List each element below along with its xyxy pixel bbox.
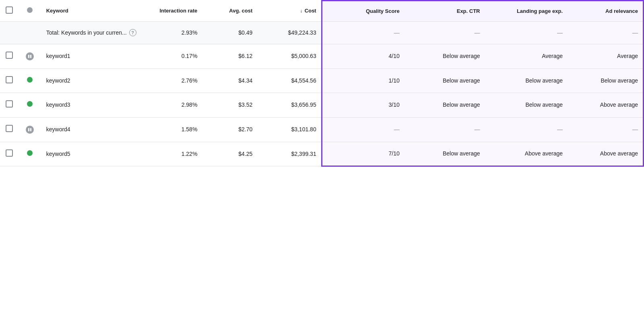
row-landing-page: — <box>485 118 568 142</box>
row-status-cell <box>19 93 41 118</box>
row-cost: $4,554.56 <box>257 68 322 93</box>
row-exp-ctr: Below average <box>405 68 485 93</box>
total-interaction-rate: 2.93% <box>147 21 202 44</box>
keyword-name: keyword3 <box>46 101 70 108</box>
exp-ctr-col-label: Exp. CTR <box>457 8 480 14</box>
keywords-table-container: Keyword Interaction rate Avg. cost ↓ Cos… <box>0 0 644 167</box>
total-landing-page: — <box>485 21 568 44</box>
row-avg-cost: $6.12 <box>202 44 257 69</box>
row-avg-cost: $4.25 <box>202 142 257 166</box>
table-row: keyword5 1.22% $4.25 $2,399.31 7/10 Belo… <box>0 142 644 166</box>
status-header-dot <box>27 7 33 13</box>
landing-page-col-label: Landing page exp. <box>517 8 563 14</box>
row-cost: $2,399.31 <box>257 142 322 166</box>
row-ad-relevance: Above average <box>568 142 643 166</box>
keyword-header-th: Keyword <box>41 1 147 22</box>
select-all-checkbox[interactable] <box>6 6 13 14</box>
row-interaction-rate: 1.58% <box>147 118 202 142</box>
paused-bar <box>28 55 29 58</box>
quality-score-col-label: Quality Score <box>366 8 400 14</box>
row-quality-score: — <box>322 118 405 142</box>
table-row: keyword2 2.76% $4.34 $4,554.56 1/10 Belo… <box>0 68 644 93</box>
paused-status-icon <box>26 52 34 60</box>
row-checkbox[interactable] <box>6 125 13 132</box>
row-status-cell <box>19 118 41 142</box>
row-checkbox[interactable] <box>6 100 13 108</box>
row-checkbox[interactable] <box>6 76 13 83</box>
active-status-icon <box>27 101 33 107</box>
interaction-rate-header-th[interactable]: Interaction rate <box>147 1 202 22</box>
row-status-cell <box>19 68 41 93</box>
total-avg-cost: $0.49 <box>202 21 257 44</box>
row-interaction-rate: 0.17% <box>147 44 202 69</box>
row-checkbox[interactable] <box>6 52 13 59</box>
avg-cost-col-label: Avg. cost <box>229 8 252 14</box>
row-status-cell <box>19 44 41 69</box>
active-status-icon <box>27 150 33 156</box>
row-quality-score: 3/10 <box>322 93 405 118</box>
total-ad-relevance: — <box>568 21 643 44</box>
table-row: keyword4 1.58% $2.70 $3,101.80 — — — — <box>0 118 644 142</box>
interaction-rate-col-label: Interaction rate <box>159 8 197 14</box>
row-exp-ctr: Below average <box>405 44 485 69</box>
row-avg-cost: $2.70 <box>202 118 257 142</box>
row-cost: $5,000.63 <box>257 44 322 69</box>
paused-bars <box>28 128 31 131</box>
row-interaction-rate: 2.98% <box>147 93 202 118</box>
checkbox-header-th <box>0 1 19 22</box>
total-label-text: Total: Keywords in your curren... <box>46 29 127 37</box>
row-landing-page: Below average <box>485 93 568 118</box>
row-landing-page: Average <box>485 44 568 69</box>
keyword-name: keyword1 <box>46 53 70 59</box>
paused-bars <box>28 55 31 58</box>
row-keyword-cell[interactable]: keyword5 <box>41 142 147 166</box>
cost-col-label: Cost <box>305 8 316 14</box>
row-avg-cost: $4.34 <box>202 68 257 93</box>
row-checkbox-cell[interactable] <box>0 68 19 93</box>
paused-status-icon <box>26 126 34 134</box>
ad-relevance-header-th[interactable]: Ad relevance <box>568 1 643 22</box>
row-keyword-cell[interactable]: keyword3 <box>41 93 147 118</box>
row-keyword-cell[interactable]: keyword2 <box>41 68 147 93</box>
row-checkbox-cell[interactable] <box>0 44 19 69</box>
row-checkbox-cell[interactable] <box>0 93 19 118</box>
quality-score-header-th[interactable]: Quality Score <box>322 1 405 22</box>
row-checkbox[interactable] <box>6 149 13 157</box>
row-checkbox-cell[interactable] <box>0 142 19 166</box>
row-exp-ctr: Below average <box>405 93 485 118</box>
landing-page-header-th[interactable]: Landing page exp. <box>485 1 568 22</box>
row-cost: $3,101.80 <box>257 118 322 142</box>
row-ad-relevance: Average <box>568 44 643 69</box>
row-ad-relevance: Below average <box>568 68 643 93</box>
row-exp-ctr: — <box>405 118 485 142</box>
row-status-cell <box>19 142 41 166</box>
total-quality-score: — <box>322 21 405 44</box>
paused-bar <box>30 128 31 131</box>
active-status-icon <box>27 77 33 83</box>
exp-ctr-header-th[interactable]: Exp. CTR <box>405 1 485 22</box>
paused-bar <box>30 55 31 58</box>
paused-bar <box>28 128 29 131</box>
row-checkbox-cell[interactable] <box>0 118 19 142</box>
table-row: keyword3 2.98% $3.52 $3,656.95 3/10 Belo… <box>0 93 644 118</box>
row-quality-score: 1/10 <box>322 68 405 93</box>
row-exp-ctr: Below average <box>405 142 485 166</box>
keyword-name: keyword5 <box>46 151 70 157</box>
cost-sort-arrow: ↓ <box>300 8 302 14</box>
row-keyword-cell[interactable]: keyword4 <box>41 118 147 142</box>
row-quality-score: 4/10 <box>322 44 405 69</box>
total-exp-ctr: — <box>405 21 485 44</box>
row-ad-relevance: Above average <box>568 93 643 118</box>
total-help-icon[interactable]: ? <box>129 29 136 36</box>
status-header-th <box>19 1 41 22</box>
row-quality-score: 7/10 <box>322 142 405 166</box>
table-row: keyword1 0.17% $6.12 $5,000.63 4/10 Belo… <box>0 44 644 69</box>
cost-header-th[interactable]: ↓ Cost <box>257 1 322 22</box>
row-keyword-cell[interactable]: keyword1 <box>41 44 147 69</box>
total-cost: $49,224.33 <box>257 21 322 44</box>
row-avg-cost: $3.52 <box>202 93 257 118</box>
row-landing-page: Below average <box>485 68 568 93</box>
keyword-name: keyword2 <box>46 77 70 84</box>
row-interaction-rate: 2.76% <box>147 68 202 93</box>
avg-cost-header-th[interactable]: Avg. cost <box>202 1 257 22</box>
